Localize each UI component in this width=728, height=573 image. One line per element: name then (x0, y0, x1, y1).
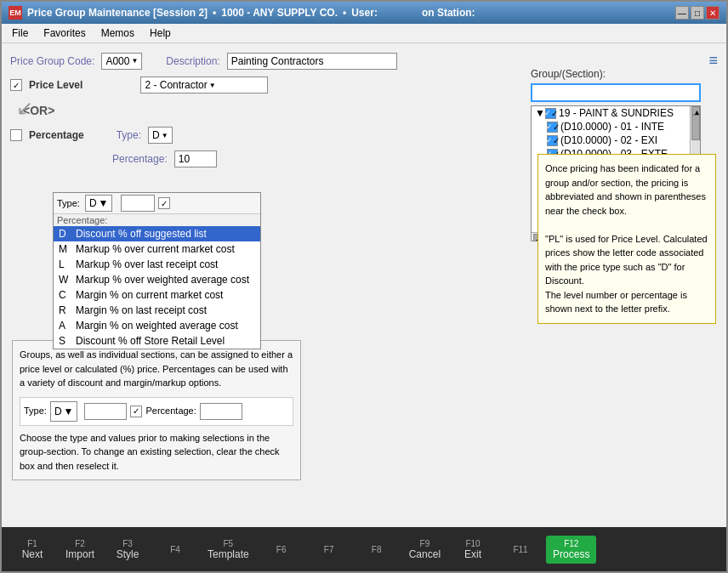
main-window: EM Price Group Maintenance [Session 2] •… (0, 0, 728, 573)
fn-key-f12-name: Process (553, 548, 589, 560)
description-input[interactable] (227, 53, 397, 70)
price-level-checkbox[interactable] (10, 79, 22, 91)
title-separator2: • (343, 7, 346, 19)
fn-key-f7-label: F7 (324, 545, 334, 554)
menu-favorites[interactable]: Favorites (37, 26, 92, 41)
fn-key-f12-label: F12 (564, 539, 578, 548)
scroll-thumb[interactable] (691, 115, 700, 140)
help-type-row: Type: D ▼ Percentage: (20, 397, 293, 426)
fn-key-f10[interactable]: F10 Exit (451, 536, 495, 564)
description-label: Description: (166, 55, 219, 67)
type-label: Type: (117, 129, 141, 141)
type-dropdown-list: Type: D ▼ Percentage: D Discount % off s… (53, 192, 261, 349)
percentage-checkbox[interactable] (10, 129, 22, 141)
title-controls: — □ ✕ (675, 6, 719, 20)
help-box: Groups, as well as individual sections, … (12, 340, 301, 480)
dropdown-option-d[interactable]: D Discount % off suggested list (54, 226, 260, 241)
fn-key-f9-label: F9 (420, 539, 430, 548)
price-group-code-dropdown[interactable]: A000 ▼ (101, 53, 142, 70)
window-title: Price Group Maintenance [Session 2] (27, 7, 208, 19)
top-form-row: Price Group Code: A000 ▼ Description: ≡ (10, 52, 718, 70)
fn-key-f8[interactable]: F8 (355, 542, 399, 558)
main-content: Price Group Code: A000 ▼ Description: ≡ … (2, 43, 726, 527)
fn-key-f4-label: F4 (170, 545, 180, 554)
fn-key-f2[interactable]: F2 Import (58, 536, 102, 564)
station-label: on Station: (422, 7, 475, 19)
fn-key-f3-label: F3 (122, 539, 133, 548)
dropdown-option-d-label: Discount % off suggested list (76, 228, 207, 240)
help-percentage-input[interactable] (200, 403, 242, 420)
menu-help[interactable]: Help (143, 26, 178, 41)
fn-key-f9[interactable]: F9 Cancel (402, 536, 447, 564)
fn-key-f5[interactable]: F5 Template (201, 536, 256, 564)
fn-key-f1-label: F1 (27, 539, 37, 548)
help-type-dropdown[interactable]: D ▼ (50, 401, 78, 422)
maximize-button[interactable]: □ (691, 6, 704, 20)
title-separator: • (213, 7, 216, 19)
fn-key-f3[interactable]: F3 Style (105, 536, 150, 564)
fn-key-f10-label: F10 (465, 539, 480, 548)
help-text-1: Groups, as well as individual sections, … (20, 348, 293, 390)
help-type-input[interactable] (84, 403, 127, 420)
price-level-value: 2 - Contractor (145, 79, 207, 91)
help-checkbox[interactable] (130, 406, 142, 417)
scroll-up-arrow[interactable]: ▲ (691, 106, 700, 115)
fn-key-f12[interactable]: F12 Process (546, 536, 596, 564)
dropdown-type-header-label: Type: (57, 198, 80, 208)
dropdown-option-m[interactable]: M Markup % over current market cost (54, 241, 260, 257)
dropdown-option-a[interactable]: A Margin % on weighted average cost (54, 318, 260, 333)
help-type-label: Type: (24, 404, 47, 418)
title-bar-left: EM Price Group Maintenance [Session 2] •… (9, 6, 532, 20)
percentage-val-row: Percentage: (36, 150, 522, 167)
fn-key-f7[interactable]: F7 (307, 542, 351, 558)
price-group-code-arrow: ▼ (131, 57, 138, 65)
dropdown-option-l[interactable]: L Markup % over last receipt cost (54, 257, 260, 272)
tooltip-box: Once pricing has been indicated for a gr… (537, 154, 716, 324)
percentage-row: Percentage Type: D ▼ (10, 127, 522, 144)
group-section-input[interactable] (531, 83, 701, 102)
label-d1: (D10.0000) - 01 - INTE (560, 121, 664, 133)
app-icon: EM (9, 6, 22, 20)
fn-key-f10-name: Exit (464, 548, 481, 560)
menu-file[interactable]: File (5, 26, 35, 41)
type-dropdown[interactable]: D ▼ (148, 127, 173, 144)
close-button[interactable]: ✕ (706, 6, 719, 20)
tree-row-d1[interactable]: ✓ (D10.0000) - 01 - INTE (532, 120, 691, 133)
dropdown-option-a-label: Margin % on weighted average cost (76, 320, 238, 332)
check-19[interactable]: ✓ (545, 108, 556, 119)
dropdown-checkbox[interactable] (158, 197, 170, 209)
dropdown-header: Type: D ▼ (54, 193, 260, 214)
percentage-value-label: Percentage: (112, 153, 168, 165)
dropdown-percentage-label: Percentage: (54, 214, 260, 226)
tree-row-19[interactable]: ▼ ✓ 19 - PAINT & SUNDRIES (532, 106, 691, 120)
fn-key-f11[interactable]: F11 (498, 542, 543, 558)
type-value: D (152, 129, 160, 141)
check-d2[interactable]: ✓ (547, 135, 558, 146)
fn-key-f1[interactable]: F1 Next (10, 536, 54, 564)
percentage-value-input[interactable] (174, 150, 217, 167)
label-d2: (D10.0000) - 02 - EXI (560, 134, 657, 146)
price-level-label: Price Level (29, 79, 82, 91)
fn-key-f6[interactable]: F6 (259, 542, 304, 558)
dropdown-option-c[interactable]: C Margin % on current market cost (54, 287, 260, 303)
dropdown-option-w[interactable]: W Markup % over weighted average cost (54, 272, 260, 287)
list-icon[interactable]: ≡ (708, 52, 718, 70)
menu-memos[interactable]: Memos (94, 26, 141, 41)
price-level-dropdown[interactable]: 2 - Contractor ▼ (140, 77, 268, 94)
tooltip-text: Once pricing has been indicated for a gr… (545, 162, 708, 316)
dropdown-type-inline[interactable]: D ▼ (85, 195, 113, 212)
fn-key-f8-label: F8 (372, 545, 382, 554)
window-subtitle: 1000 - ANY SUPPLY CO. (221, 7, 338, 19)
fn-key-f9-name: Cancel (409, 548, 441, 560)
dropdown-option-s[interactable]: S Discount % off Store Retail Level (54, 333, 260, 349)
dropdown-option-m-label: Markup % over current market cost (76, 243, 235, 255)
dropdown-percentage-input[interactable] (121, 195, 155, 212)
fn-key-f4[interactable]: F4 (153, 542, 197, 558)
check-d1[interactable]: ✓ (547, 122, 558, 133)
dropdown-option-r[interactable]: R Margin % on last receipt cost (54, 303, 260, 318)
fn-key-f5-label: F5 (224, 539, 234, 548)
tree-row-d2[interactable]: ✓ (D10.0000) - 02 - EXI (532, 133, 691, 147)
help-text-2: Choose the type and values prior to maki… (20, 431, 293, 474)
dropdown-option-l-label: Markup % over last receipt cost (76, 258, 218, 270)
minimize-button[interactable]: — (675, 6, 689, 20)
